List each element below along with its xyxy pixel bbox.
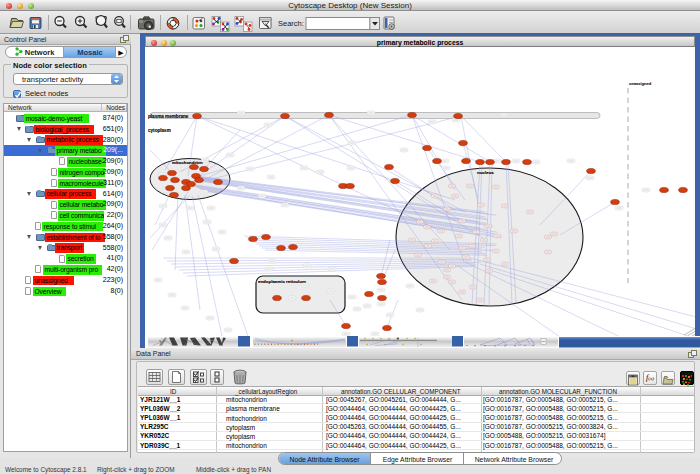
svg-text:cytoplasm: cytoplasm xyxy=(148,128,171,133)
svg-text:endoplasmic reticulum: endoplasmic reticulum xyxy=(258,279,306,284)
svg-text:Search:: Search: xyxy=(278,19,304,28)
svg-text:plasma membrane: plasma membrane xyxy=(148,114,189,119)
svg-text:unassigned: unassigned xyxy=(629,81,652,86)
svg-text:mitochondrion: mitochondrion xyxy=(172,160,203,165)
svg-text:nucleus: nucleus xyxy=(477,170,494,175)
